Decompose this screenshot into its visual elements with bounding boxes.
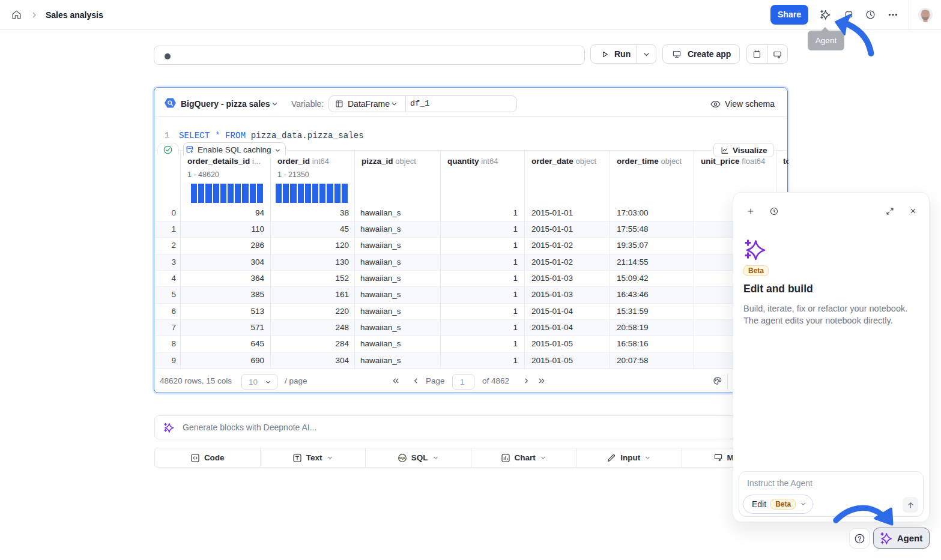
svg-text:SQL: SQL	[399, 456, 406, 460]
